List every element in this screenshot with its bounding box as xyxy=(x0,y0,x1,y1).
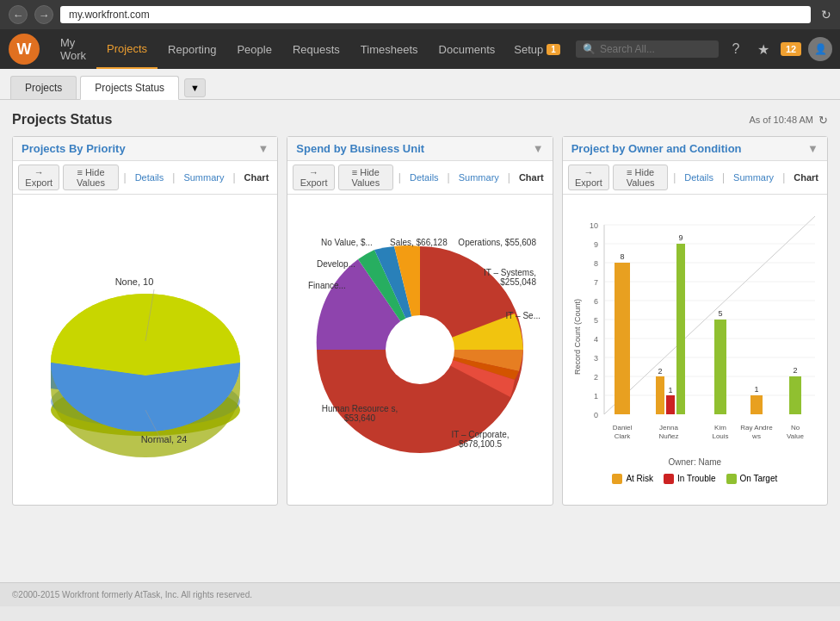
main-content: Projects Status As of 10:48 AM ↻ Project… xyxy=(0,100,840,582)
svg-rect-41 xyxy=(714,320,726,414)
footer: ©2000-2015 Workfront formerly AtTask, In… xyxy=(0,582,840,606)
nav-requests[interactable]: Requests xyxy=(282,29,350,69)
chart-bu-area: Sales, $66,128 No Value, $... Develop...… xyxy=(287,195,552,505)
search-input[interactable] xyxy=(600,43,712,55)
oc-sep2: | xyxy=(722,171,725,183)
svg-text:2: 2 xyxy=(794,366,798,375)
star-icon[interactable]: ★ xyxy=(753,39,774,59)
forward-button[interactable]: → xyxy=(34,5,53,24)
svg-text:7: 7 xyxy=(594,278,598,287)
priority-details-link[interactable]: Details xyxy=(132,171,168,184)
app-logo: W xyxy=(9,34,40,65)
nav-reporting[interactable]: Reporting xyxy=(158,29,226,69)
back-button[interactable]: ← xyxy=(9,5,28,24)
notification-badge[interactable]: 12 xyxy=(781,42,801,56)
svg-text:6: 6 xyxy=(594,297,598,306)
priority-chart-link[interactable]: Chart xyxy=(241,171,273,184)
bu-sep1: | xyxy=(398,171,401,183)
legend-in-trouble-label: In Trouble xyxy=(677,474,715,483)
oc-chart-link[interactable]: Chart xyxy=(790,171,822,184)
svg-text:5: 5 xyxy=(719,309,723,318)
chart-oc-title: Project by Owner and Condition xyxy=(571,142,742,155)
bu-develop-label: Develop... xyxy=(317,259,355,269)
chart-oc-menu[interactable]: ▼ xyxy=(807,142,818,155)
chart-bu-header: Spend by Business Unit ▼ xyxy=(287,137,552,161)
svg-text:0: 0 xyxy=(594,411,598,419)
nav-people[interactable]: People xyxy=(226,29,281,69)
tab-bar: Projects Projects Status ▼ xyxy=(0,69,840,100)
nav-search-box[interactable]: 🔍 xyxy=(576,40,719,58)
bu-operations-label: Operations, $55,608 xyxy=(458,238,536,247)
priority-sep2: | xyxy=(172,171,175,183)
svg-line-2 xyxy=(145,289,154,341)
app-nav: W My Work Projects Reporting People Requ… xyxy=(0,29,840,69)
chart-priority-menu[interactable]: ▼ xyxy=(257,142,269,155)
nav-icons: ? ★ 12 👤 xyxy=(726,37,832,61)
priority-hide-values-button[interactable]: ≡ Hide Values xyxy=(63,165,118,190)
x-axis-label: Owner: Name xyxy=(668,457,721,467)
svg-text:9: 9 xyxy=(679,233,683,242)
priority-summary-link[interactable]: Summary xyxy=(180,171,227,184)
bu-sep2: | xyxy=(448,171,450,183)
svg-rect-29 xyxy=(615,263,630,414)
svg-text:4: 4 xyxy=(594,335,598,344)
bu-itcorp-label: IT – Corporate, $678,100.5 xyxy=(433,430,528,449)
oc-summary-link[interactable]: Summary xyxy=(730,171,777,184)
svg-rect-35 xyxy=(666,395,675,414)
legend-in-trouble: In Trouble xyxy=(664,474,715,484)
svg-text:1: 1 xyxy=(669,386,673,394)
user-avatar[interactable]: 👤 xyxy=(808,37,832,61)
chart-priority-toolbar: → Export ≡ Hide Values | Details | Summa… xyxy=(13,161,277,195)
chart-priority-title: Projects By Priority xyxy=(22,142,126,155)
as-of-label: As of 10:48 AM xyxy=(749,115,813,125)
url-bar[interactable]: my.workfront.com xyxy=(60,6,811,23)
nav-setup[interactable]: Setup 1 xyxy=(505,29,569,69)
priority-export-button[interactable]: → Export xyxy=(18,165,59,190)
chart-bu-menu[interactable]: ▼ xyxy=(533,142,544,155)
tab-dropdown[interactable]: ▼ xyxy=(184,78,206,97)
bar-chart-legend: At Risk In Trouble On Target xyxy=(612,474,777,484)
priority-sep1: | xyxy=(124,171,127,183)
nav-documents[interactable]: Documents xyxy=(429,29,506,69)
svg-rect-49 xyxy=(789,376,801,414)
svg-text:Jenna: Jenna xyxy=(659,424,678,432)
help-icon[interactable]: ? xyxy=(726,39,746,59)
bu-details-link[interactable]: Details xyxy=(406,171,442,184)
nav-my-work[interactable]: My Work xyxy=(50,29,96,69)
svg-rect-37 xyxy=(676,244,685,414)
bu-sales-label: Sales, $66,128 xyxy=(390,238,448,247)
svg-text:9: 9 xyxy=(594,240,598,249)
legend-on-target-label: On Target xyxy=(740,474,778,483)
chart-oc-toolbar: → Export ≡ Hide Values | Details | Summa… xyxy=(563,161,827,195)
chart-oc-area: 10 9 8 7 6 5 4 3 2 xyxy=(563,195,827,505)
refresh-icon[interactable]: ↻ xyxy=(818,114,828,127)
tab-projects-status[interactable]: Projects Status xyxy=(80,76,179,100)
legend-on-target-color xyxy=(726,474,737,484)
bu-itsystems-label: IT – Systems, $255,048 xyxy=(450,268,536,287)
bu-summary-link[interactable]: Summary xyxy=(455,171,503,184)
browser-refresh-icon[interactable]: ↻ xyxy=(821,8,831,22)
svg-text:ws: ws xyxy=(751,432,761,440)
section-title: Projects Status xyxy=(12,112,112,127)
svg-text:3: 3 xyxy=(594,354,598,363)
svg-rect-33 xyxy=(656,376,664,414)
section-header: Projects Status As of 10:48 AM ↻ xyxy=(12,112,828,127)
oc-sep3: | xyxy=(782,171,785,183)
svg-text:8: 8 xyxy=(594,259,598,268)
bu-chart-link[interactable]: Chart xyxy=(516,171,547,184)
chart-bu-toolbar: → Export ≡ Hide Values | Details | Summa… xyxy=(287,161,552,195)
bu-hide-values-button[interactable]: ≡ Hide Values xyxy=(338,165,393,190)
svg-text:5: 5 xyxy=(594,316,598,325)
oc-details-link[interactable]: Details xyxy=(681,171,717,184)
svg-text:Louis: Louis xyxy=(713,432,729,440)
bu-export-button[interactable]: → Export xyxy=(293,165,334,190)
oc-export-button[interactable]: → Export xyxy=(568,165,609,190)
charts-row: Projects By Priority ▼ → Export ≡ Hide V… xyxy=(12,136,828,506)
nav-projects[interactable]: Projects xyxy=(96,29,158,69)
nav-timesheets[interactable]: Timesheets xyxy=(350,29,429,69)
svg-text:2: 2 xyxy=(658,367,663,376)
svg-text:Daniel: Daniel xyxy=(613,424,633,432)
oc-hide-values-button[interactable]: ≡ Hide Values xyxy=(613,165,668,190)
tab-projects[interactable]: Projects xyxy=(10,76,77,99)
setup-label: Setup xyxy=(514,43,543,56)
